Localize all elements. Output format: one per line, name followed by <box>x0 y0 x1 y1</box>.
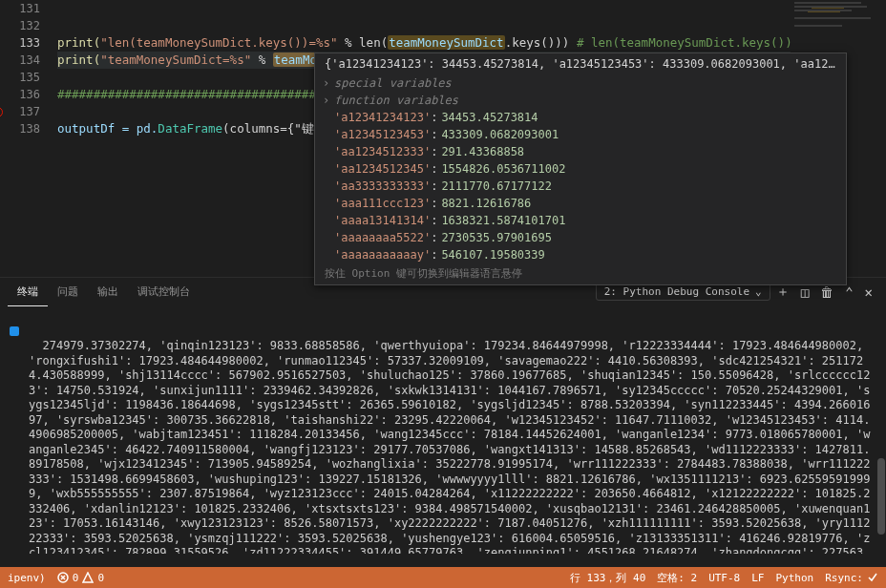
hover-key: 'aaaaaaaaaaay' <box>334 246 431 263</box>
code-text: outputDf = pd. <box>57 121 158 136</box>
tab-terminal[interactable]: 终端 <box>8 278 48 306</box>
terminal-output[interactable]: 274979.37302274, 'qinqin123123': 9833.68… <box>0 305 886 554</box>
hover-entry[interactable]: 'a12341234123':34453.45273814 <box>315 109 846 126</box>
string-literal: "teamMoneySumDict=%s" <box>100 52 251 67</box>
editor-area: 131 132 133 134 135 136 137 138 print("l… <box>0 0 886 277</box>
line-number: 131 <box>0 0 40 17</box>
hover-entry[interactable]: 'aa1234512345':1554826.0536711002 <box>315 160 846 178</box>
label: function variables <box>334 92 458 109</box>
chevron-down-icon: ⌄ <box>755 285 762 298</box>
hover-hint: 按住 Option 键可切换到编辑器语言悬停 <box>315 263 846 284</box>
hover-key: 'aa1234512333' <box>334 143 431 160</box>
hover-value: 34453.45273814 <box>441 109 538 126</box>
hover-value: 1554826.0536711002 <box>441 160 565 178</box>
hover-entry[interactable]: 'aaaa13141314':1638321.5874101701 <box>315 212 846 229</box>
class-name: DataFrame <box>158 121 222 136</box>
tab-problems[interactable]: 问题 <box>48 278 88 306</box>
check-icon <box>867 572 878 583</box>
rsync-label: Rsync: <box>825 572 863 584</box>
status-problems[interactable]: 0 0 <box>57 572 104 584</box>
line-number-breakpoint[interactable]: 137 <box>0 103 40 120</box>
hover-value: 8821.12616786 <box>441 195 531 212</box>
status-language[interactable]: Python <box>776 572 814 584</box>
line-number: 136 <box>0 86 40 103</box>
hover-key: 'a12341234123' <box>334 109 431 126</box>
line-number: 132 <box>0 17 40 34</box>
terminal-text: 274979.37302274, 'qinqin123123': 9833.68… <box>29 339 877 554</box>
hover-key: 'aaaa13141314' <box>334 212 431 229</box>
status-ln-col[interactable]: 行 133，列 40 <box>570 571 645 585</box>
hover-value: 433309.0682093001 <box>441 126 559 143</box>
close-panel-icon[interactable]: ✕ <box>859 284 878 300</box>
terminal-picker-label: 2: Python Debug Console <box>604 285 749 298</box>
hover-summary: {'a12341234123': 34453.45273814, 'a12345… <box>315 53 846 74</box>
hover-function-vars[interactable]: › function variables <box>315 92 846 109</box>
code-text: .keys())) <box>505 35 577 50</box>
hover-value: 2111770.67177122 <box>441 178 552 195</box>
comment: ######################################## <box>57 87 345 101</box>
kill-terminal-icon[interactable]: 🗑 <box>814 284 839 300</box>
error-icon <box>57 572 69 583</box>
hover-value: 2730535.97901695 <box>441 229 552 246</box>
line-gutter: 131 132 133 134 135 136 137 138 <box>0 0 57 277</box>
hover-entry[interactable]: 'aaaaaaaaaaay':546107.19580339 <box>315 246 846 263</box>
chevron-right-icon: › <box>323 74 334 92</box>
status-eol[interactable]: LF <box>751 572 764 584</box>
hover-key: 'aa1234512345' <box>334 160 431 178</box>
hover-key: 'aaa111ccc123' <box>334 195 431 212</box>
hover-entry[interactable]: 'aaa111ccc123':8821.12616786 <box>315 195 846 212</box>
hover-key: 'aa3333333333' <box>334 178 431 195</box>
code-text: % <box>251 52 273 67</box>
hover-key: 'a12345123453' <box>334 126 431 143</box>
hover-entry[interactable]: 'aaaaaaaa5522':2730535.97901695 <box>315 229 846 246</box>
code-text: % len( <box>338 35 389 50</box>
fn-call: print( <box>57 35 100 50</box>
selected-identifier: teamMoneySumDict <box>388 35 504 50</box>
line-number: 133 <box>0 34 40 52</box>
comment: # len(teamMoneySumDict.keys()) <box>577 35 792 50</box>
line-number: 134 <box>0 52 40 69</box>
tab-output[interactable]: 输出 <box>88 278 128 306</box>
status-bar: ipenv) 0 0 行 133，列 40 空格: 2 UTF-8 LF Pyt… <box>0 567 886 588</box>
terminal-marker-icon <box>10 326 19 336</box>
debug-hover-popup: {'a12341234123': 34453.45273814, 'a12345… <box>314 52 847 285</box>
hover-value: 291.43368858 <box>441 143 524 160</box>
line-number: 138 <box>0 120 40 137</box>
hover-value: 1638321.5874101701 <box>441 212 565 229</box>
hover-entry[interactable]: 'aa1234512333':291.43368858 <box>315 143 846 160</box>
error-count: 0 <box>73 572 79 584</box>
string-literal: "len(teamMoneySumDict.keys())=%s" <box>100 35 337 50</box>
status-rsync[interactable]: Rsync: <box>825 572 878 584</box>
chevron-up-icon[interactable]: ⌃ <box>839 284 858 300</box>
label: special variables <box>334 74 452 92</box>
status-env[interactable]: ipenv) <box>8 572 46 584</box>
status-encoding[interactable]: UTF-8 <box>708 572 740 584</box>
hover-entry[interactable]: 'a12345123453':433309.0682093001 <box>315 126 846 143</box>
hover-special-vars[interactable]: › special variables <box>315 74 846 92</box>
hover-key: 'aaaaaaaa5522' <box>334 229 431 246</box>
warning-icon <box>82 572 94 583</box>
scrollbar-thumb[interactable] <box>877 458 885 535</box>
hover-entry[interactable]: 'aa3333333333':2111770.67177122 <box>315 178 846 195</box>
hover-value: 546107.19580339 <box>441 246 544 263</box>
chevron-right-icon: › <box>323 92 334 109</box>
code-text: (columns={"键 <box>222 121 314 136</box>
status-indent[interactable]: 空格: 2 <box>657 571 697 585</box>
line-number: 135 <box>0 69 40 86</box>
new-terminal-icon[interactable]: ＋ <box>770 284 795 301</box>
fn-call: print( <box>57 52 100 67</box>
tab-debug-console[interactable]: 调试控制台 <box>128 278 200 306</box>
warning-count: 0 <box>97 572 104 584</box>
split-terminal-icon[interactable]: ◫ <box>795 284 814 300</box>
terminal-scrollbar[interactable] <box>876 305 886 554</box>
